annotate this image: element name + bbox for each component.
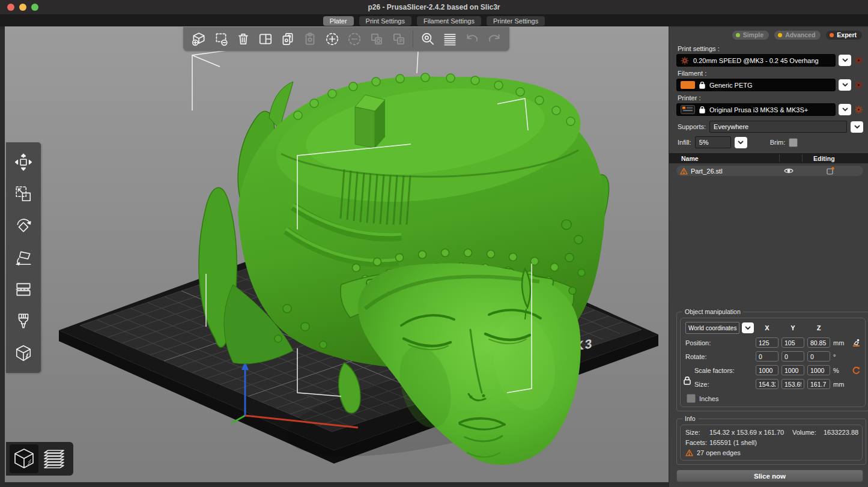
position-label: Position: bbox=[685, 339, 753, 346]
view-mode-toggles bbox=[6, 442, 73, 476]
tab-filament-settings[interactable]: Filament Settings bbox=[417, 16, 481, 26]
move-icon bbox=[14, 153, 32, 171]
split-to-objects-icon bbox=[369, 31, 384, 47]
scale-y-field[interactable] bbox=[782, 365, 804, 375]
scale-label: Scale factors: bbox=[685, 367, 753, 374]
filament-settings-gear-button[interactable] bbox=[854, 80, 863, 89]
supports-dropdown-button[interactable] bbox=[851, 121, 863, 133]
window-controls bbox=[7, 0, 38, 14]
supports-value: Everywhere bbox=[714, 123, 748, 130]
position-x-field[interactable] bbox=[756, 337, 778, 348]
rotate-x-field[interactable] bbox=[756, 351, 778, 361]
mode-expert-button[interactable]: Expert bbox=[826, 31, 862, 40]
warning-triangle-icon bbox=[685, 449, 693, 456]
axis-header-x: X bbox=[756, 324, 778, 331]
object-list-row[interactable]: Part_26.stl bbox=[676, 166, 863, 176]
eye-visibility-icon[interactable] bbox=[784, 168, 794, 174]
paint-on-supports-gizmo-button[interactable] bbox=[11, 309, 36, 334]
split-to-parts-button[interactable]: P bbox=[389, 29, 408, 49]
rotate-gizmo-button[interactable] bbox=[11, 213, 36, 238]
3d-viewport[interactable]: ORIGINAL PRUSA i3 MK3 by Josef Prusa bbox=[5, 26, 669, 482]
add-instance-button[interactable] bbox=[322, 29, 342, 49]
cut-gizmo-button[interactable] bbox=[11, 277, 36, 302]
paste-button[interactable] bbox=[300, 29, 320, 49]
delete-object-button[interactable] bbox=[211, 29, 231, 49]
mode-advanced-label: Advanced bbox=[785, 31, 815, 40]
minimize-button[interactable] bbox=[19, 4, 26, 11]
close-button[interactable] bbox=[7, 4, 14, 11]
mode-simple-button[interactable]: Simple bbox=[732, 31, 769, 40]
tab-printer-settings[interactable]: Printer Settings bbox=[487, 16, 545, 26]
print-settings-gear-button[interactable] bbox=[854, 56, 863, 65]
filament-combo[interactable]: Generic PETG bbox=[676, 79, 836, 91]
redo-icon bbox=[487, 31, 502, 47]
info-volume-label: Volume: bbox=[792, 429, 824, 436]
rotate-y-field[interactable] bbox=[782, 351, 804, 361]
coordinate-system-combo[interactable]: World coordinates bbox=[685, 322, 739, 334]
coordinate-system-dropdown-button[interactable] bbox=[742, 322, 754, 333]
slice-now-button[interactable]: Slice now bbox=[676, 470, 863, 482]
position-z-field[interactable] bbox=[807, 337, 830, 348]
object-settings-icon[interactable] bbox=[827, 167, 834, 175]
scale-gizmo-button[interactable] bbox=[11, 181, 36, 207]
object-list-empty-area[interactable] bbox=[676, 176, 863, 308]
delete-all-button[interactable] bbox=[233, 29, 253, 49]
tab-plater[interactable]: Plater bbox=[323, 16, 354, 26]
delete-all-icon bbox=[235, 31, 251, 47]
redo-button[interactable] bbox=[484, 29, 504, 49]
plater-toolbar: P bbox=[183, 27, 509, 51]
info-title: Info bbox=[682, 415, 698, 422]
uniform-scale-lock-icon[interactable] bbox=[684, 376, 691, 385]
filament-dropdown-button[interactable] bbox=[839, 79, 851, 91]
paint-brush-icon bbox=[14, 312, 32, 330]
advanced-mode-dot-icon bbox=[778, 33, 782, 37]
variable-layer-height-button[interactable] bbox=[440, 29, 460, 49]
copy-icon bbox=[280, 31, 296, 47]
printer-combo[interactable]: Original Prusa i3 MK3S & MK3S+ bbox=[676, 103, 836, 116]
split-to-objects-button[interactable] bbox=[366, 29, 386, 49]
info-volume-value: 1633223.88 bbox=[824, 429, 858, 436]
infill-dropdown-button[interactable] bbox=[735, 137, 747, 148]
size-z-field[interactable] bbox=[807, 379, 830, 389]
printer-thumbnail-icon bbox=[681, 105, 695, 114]
mode-advanced-button[interactable]: Advanced bbox=[774, 31, 821, 40]
position-y-field[interactable] bbox=[782, 337, 804, 348]
printer-dropdown-button[interactable] bbox=[839, 104, 851, 115]
column-separator[interactable] bbox=[802, 154, 803, 162]
printer-settings-gear-button[interactable] bbox=[854, 105, 863, 114]
rotate-z-field[interactable] bbox=[807, 351, 830, 361]
scale-z-field[interactable] bbox=[807, 365, 830, 375]
infill-combo[interactable]: 5% bbox=[695, 136, 731, 148]
print-settings-combo[interactable]: 0.20mm SPEED @MK3 - 0.2 45 Overhang bbox=[676, 54, 836, 67]
scale-x-field[interactable] bbox=[756, 365, 778, 375]
move-gizmo-button[interactable] bbox=[11, 150, 36, 175]
add-object-button[interactable] bbox=[189, 29, 208, 49]
column-separator[interactable] bbox=[779, 154, 780, 162]
search-button[interactable] bbox=[417, 29, 437, 49]
3d-editor-view-button[interactable] bbox=[10, 444, 38, 473]
seam-gizmo-button[interactable] bbox=[11, 340, 36, 366]
warning-triangle-icon bbox=[680, 168, 688, 175]
print-settings-dropdown-button[interactable] bbox=[839, 55, 851, 66]
gizmo-toolbar bbox=[6, 142, 41, 373]
delete-object-icon bbox=[213, 31, 229, 47]
inches-checkbox[interactable] bbox=[687, 394, 696, 403]
info-size-label: Size: bbox=[685, 429, 709, 436]
size-x-field[interactable] bbox=[756, 379, 778, 389]
chevron-down-icon bbox=[745, 326, 751, 330]
drop-to-bed-icon[interactable] bbox=[852, 339, 861, 347]
brim-checkbox[interactable] bbox=[789, 138, 798, 147]
printer-label: Printer : bbox=[678, 94, 863, 101]
copy-button[interactable] bbox=[278, 29, 297, 49]
supports-combo[interactable]: Everywhere bbox=[709, 121, 847, 133]
preview-sliced-layers-button[interactable] bbox=[41, 444, 70, 473]
tab-print-settings[interactable]: Print Settings bbox=[359, 16, 411, 26]
reset-scale-icon[interactable] bbox=[852, 366, 861, 375]
place-on-face-gizmo-button[interactable] bbox=[11, 245, 36, 270]
undo-button[interactable] bbox=[462, 29, 482, 49]
arrange-button[interactable] bbox=[255, 29, 275, 49]
zoom-button[interactable] bbox=[31, 4, 38, 11]
remove-instance-button[interactable] bbox=[344, 29, 364, 49]
size-y-field[interactable] bbox=[782, 379, 804, 389]
3d-scene[interactable]: ORIGINAL PRUSA i3 MK3 by Josef Prusa bbox=[5, 26, 669, 482]
